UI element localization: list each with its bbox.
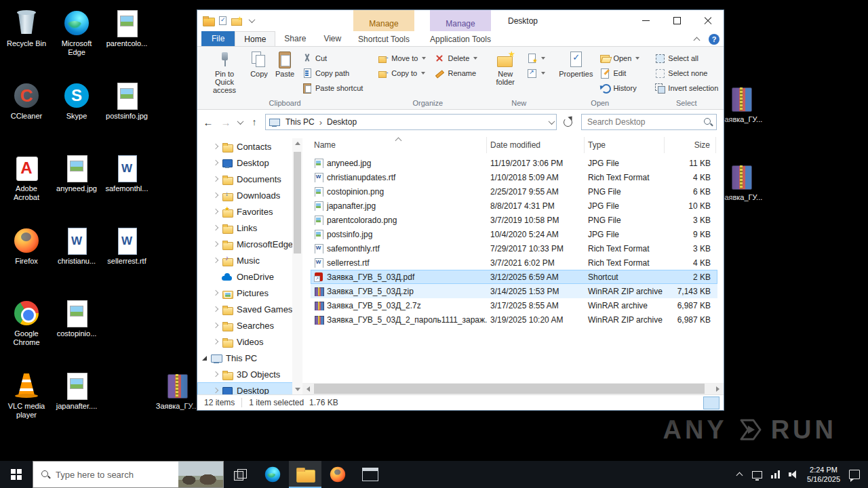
file-row[interactable]: Заявка_ГУВ_5_03Д.pdf 3/12/2025 6:59 AM S…	[311, 270, 717, 284]
tab-view[interactable]: View	[315, 31, 350, 46]
taskbar-cmd-button[interactable]	[354, 461, 387, 488]
file-row[interactable]: postsinfo.jpg 10/4/2020 5:24 AM JPG File…	[311, 227, 717, 241]
nav-item[interactable]: Searches	[197, 317, 302, 333]
address-dropdown-chevron-icon[interactable]	[547, 117, 556, 127]
expander-icon[interactable]	[200, 353, 210, 363]
scroll-down-icon[interactable]	[292, 384, 302, 394]
desktop-icon[interactable]: anyneed.jpg	[52, 150, 102, 223]
column-header-date-modified[interactable]: Date modified	[487, 137, 585, 153]
horizontal-scrollbar[interactable]	[302, 383, 724, 394]
copy-path-button[interactable]: Copy path	[298, 66, 367, 81]
paste-button[interactable]: Paste	[272, 48, 298, 79]
taskbar-clock[interactable]: 2:24 PM 5/16/2025	[807, 465, 840, 484]
expander-icon[interactable]	[211, 223, 220, 232]
pin-to-quick-access-button[interactable]: Pin to Quick access	[203, 48, 246, 96]
paste-shortcut-button[interactable]: Paste shortcut	[298, 81, 367, 96]
qat-customize-chevron-icon[interactable]	[247, 16, 256, 26]
nav-scrollbar-thumb[interactable]	[294, 152, 301, 253]
desktop-icon[interactable]: Microsoft Edge	[52, 5, 102, 78]
easy-access-button[interactable]	[522, 66, 549, 81]
delete-button[interactable]: Delete	[430, 51, 481, 66]
desktop-icon[interactable]: parentcolo...	[102, 5, 152, 78]
desktop-icon[interactable]: Recycle Bin	[1, 5, 52, 78]
tab-share[interactable]: Share	[275, 31, 315, 46]
nav-item[interactable]: Music	[197, 252, 302, 268]
file-row[interactable]: costopinion.png 2/25/2017 9:55 AM PNG Fi…	[311, 184, 717, 199]
copy-button[interactable]: Copy	[246, 48, 272, 79]
column-header-size[interactable]: Size	[665, 137, 716, 153]
desktop-icon[interactable]: christianu...	[52, 223, 102, 296]
move-to-button[interactable]: Move to	[374, 51, 430, 66]
tab-home[interactable]: Home	[235, 31, 275, 46]
column-header-name[interactable]: Name	[311, 137, 487, 153]
scroll-right-icon[interactable]	[712, 383, 724, 394]
show-hidden-icons-chevron-icon[interactable]	[736, 471, 743, 478]
expander-icon[interactable]	[211, 207, 220, 216]
desktop-icon[interactable]: Skype	[52, 78, 102, 150]
desktop-icon[interactable]: CCleaner	[1, 78, 52, 150]
forward-button[interactable]: →	[218, 114, 234, 130]
search-highlight-image[interactable]	[178, 462, 223, 487]
new-folder-button[interactable]: New folder	[488, 48, 522, 87]
nav-item[interactable]: Videos	[197, 333, 302, 350]
file-row[interactable]: japanafter.jpg 8/8/2017 4:31 PM JPG File…	[311, 199, 717, 213]
file-row[interactable]: Заявка_ГУВ_5_03Д_2.7z 3/17/2025 8:55 AM …	[311, 298, 717, 312]
desktop-icon[interactable]: Adobe Acrobat	[1, 150, 52, 223]
nav-item[interactable]: Desktop	[197, 382, 302, 394]
expander-icon[interactable]	[211, 304, 220, 314]
expander-icon[interactable]	[211, 272, 220, 281]
nav-item[interactable]: Saved Games	[197, 301, 302, 317]
desktop-icon[interactable]: costopinio...	[52, 296, 102, 368]
qat-new-folder-button[interactable]	[231, 16, 242, 25]
expander-icon[interactable]	[211, 142, 220, 151]
nav-item[interactable]: Contacts	[197, 138, 302, 155]
edit-button[interactable]: Edit	[595, 66, 644, 81]
large-icons-view-button[interactable]	[703, 396, 719, 409]
task-view-button[interactable]	[224, 461, 256, 488]
minimize-ribbon-chevron-icon[interactable]	[693, 35, 701, 43]
nav-item[interactable]: Links	[197, 220, 302, 236]
desktop-icon[interactable]: Firefox	[1, 223, 52, 296]
nav-item[interactable]: Favorites	[197, 203, 302, 220]
action-center-icon[interactable]	[849, 470, 860, 479]
back-button[interactable]: ←	[200, 114, 216, 130]
desktop-icon[interactable]: sellerrest.rtf	[102, 223, 152, 296]
file-row[interactable]: christianupdates.rtf 1/10/2018 5:09 AM R…	[311, 170, 717, 184]
nav-item[interactable]: MicrosoftEdge...	[197, 236, 302, 252]
recent-locations-chevron-icon[interactable]	[235, 117, 245, 127]
up-button[interactable]: ↑	[246, 114, 262, 130]
expander-icon[interactable]	[211, 174, 220, 184]
explorer-search-box[interactable]	[581, 114, 717, 130]
history-button[interactable]: History	[595, 81, 644, 96]
column-header-type[interactable]: Type	[585, 137, 665, 153]
new-item-button[interactable]	[522, 51, 549, 66]
open-button[interactable]: Open	[595, 51, 644, 66]
tab-file[interactable]: File	[201, 31, 235, 46]
nav-item[interactable]: Downloads	[197, 187, 302, 203]
breadcrumb-this-pc[interactable]: This PC	[281, 115, 319, 129]
help-button[interactable]	[709, 34, 719, 45]
expander-icon[interactable]	[211, 288, 220, 298]
search-icon[interactable]	[703, 117, 713, 127]
minimize-button[interactable]	[630, 10, 661, 31]
tab-application-tools[interactable]: Application Tools	[430, 31, 491, 47]
select-all-button[interactable]: Select all	[650, 51, 722, 66]
nav-scrollbar[interactable]	[292, 138, 302, 394]
select-none-button[interactable]: Select none	[650, 66, 722, 81]
desktop-icon[interactable]: postsinfo.jpg	[102, 78, 152, 150]
expander-icon[interactable]	[211, 369, 220, 379]
scroll-up-icon[interactable]	[292, 138, 302, 148]
close-button[interactable]	[692, 10, 724, 31]
file-row[interactable]: sellerrest.rtf 3/7/2021 6:02 PM Rich Tex…	[311, 256, 717, 270]
scroll-left-icon[interactable]	[302, 383, 314, 394]
expander-icon[interactable]	[211, 386, 220, 394]
taskbar-edge-button[interactable]	[256, 461, 289, 488]
nav-item[interactable]: Pictures	[197, 285, 302, 301]
qat-properties-button[interactable]	[219, 16, 226, 25]
invert-selection-button[interactable]: Invert selection	[650, 81, 722, 96]
cut-button[interactable]: Cut	[298, 51, 367, 66]
refresh-icon[interactable]	[559, 114, 576, 130]
nav-item[interactable]: Documents	[197, 171, 302, 187]
expander-icon[interactable]	[211, 337, 220, 346]
file-row[interactable]: Заявка_ГУВ_5_03Д_2_пароль1111_зараж... 3…	[311, 312, 717, 327]
